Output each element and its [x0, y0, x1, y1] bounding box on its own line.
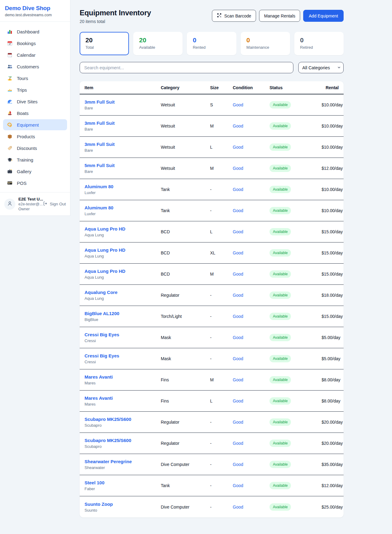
rental-cell: $15.00/day: [322, 272, 343, 277]
sidebar-item-calendar[interactable]: Calendar: [3, 49, 67, 60]
column-header-size: Size: [210, 85, 233, 90]
manage-rentals-button[interactable]: Manage Rentals: [259, 10, 300, 22]
sidebar-item-training[interactable]: Training: [3, 154, 67, 165]
condition-link[interactable]: Good: [233, 399, 270, 403]
table-row: Aqualung CoreAqua LungRegulator-GoodAvai…: [80, 285, 344, 306]
status-cell: Available: [270, 440, 322, 447]
palm-island-icon: [7, 75, 13, 81]
table-row: Steel 100FaberTank-GoodAvailable$12.00/d…: [80, 475, 344, 496]
rental-cell: $8.00/day: [322, 377, 341, 382]
item-name-link[interactable]: Suunto Zoop: [85, 502, 161, 507]
item-name-link[interactable]: Steel 100: [85, 480, 161, 485]
sailboat-icon: [7, 110, 13, 116]
status-badge: Available: [270, 249, 291, 257]
speedboat-icon: [7, 87, 13, 93]
status-cell: Available: [270, 334, 322, 341]
item-name-link[interactable]: 3mm Full Suit: [85, 142, 161, 147]
item-name-link[interactable]: 5mm Full Suit: [85, 163, 161, 168]
rental-cell: $5.00/day: [322, 356, 341, 361]
sidebar-item-boats[interactable]: Boats: [3, 108, 67, 119]
item-brand: Aqua Lung: [85, 254, 161, 258]
item-name-link[interactable]: Aluminum 80: [85, 184, 161, 189]
size-cell: -: [210, 420, 233, 425]
brand-name[interactable]: Demo Dive Shop: [5, 5, 65, 12]
sidebar-item-discounts[interactable]: Discounts: [3, 143, 67, 154]
item-name-link[interactable]: 3mm Full Suit: [85, 120, 161, 126]
sidebar-item-pos[interactable]: POS: [3, 177, 67, 189]
item-cell: BigBlue AL1200BigBlue: [85, 311, 161, 322]
item-name-link[interactable]: Shearwater Peregrine: [85, 459, 161, 464]
item-name-link[interactable]: Cressi Big Eyes: [85, 353, 161, 358]
stat-card-retired[interactable]: 0Retired: [294, 32, 344, 55]
condition-link[interactable]: Good: [233, 335, 270, 340]
scan-barcode-button[interactable]: Scan Barcode: [212, 10, 256, 22]
item-name-link[interactable]: Cressi Big Eyes: [85, 332, 161, 337]
category-select[interactable]: All Categories: [298, 62, 344, 73]
item-name-link[interactable]: Mares Avanti: [85, 395, 161, 401]
page-title: Equipment Inventory: [80, 9, 151, 17]
add-equipment-button[interactable]: Add Equipment: [303, 10, 344, 22]
item-name-link[interactable]: Aqua Lung Pro HD: [85, 247, 161, 253]
condition-link[interactable]: Good: [233, 377, 270, 382]
condition-link[interactable]: Good: [233, 250, 270, 255]
condition-link[interactable]: Good: [233, 187, 270, 192]
sidebar-item-bookings[interactable]: 17Bookings: [3, 38, 67, 49]
sidebar-item-customers[interactable]: Customers: [3, 61, 67, 72]
item-name-link[interactable]: Aluminum 80: [85, 205, 161, 210]
condition-link[interactable]: Good: [233, 505, 270, 509]
stats-row: 20Total20Available0Rented0Maintenance0Re…: [80, 32, 344, 55]
sidebar-item-products[interactable]: Products: [3, 131, 67, 142]
item-name-link[interactable]: Aqua Lung Pro HD: [85, 269, 161, 274]
stat-card-total[interactable]: 20Total: [80, 32, 129, 55]
condition-link[interactable]: Good: [233, 462, 270, 467]
sidebar-item-tours[interactable]: Tours: [3, 73, 67, 84]
stat-card-rented[interactable]: 0Rented: [187, 32, 236, 55]
rental-cell: $10.00/day: [322, 124, 343, 128]
stat-card-available[interactable]: 20Available: [133, 32, 183, 55]
condition-link[interactable]: Good: [233, 229, 270, 234]
category-cell: Mask: [161, 335, 210, 340]
condition-link[interactable]: Good: [233, 208, 270, 213]
status-badge: Available: [270, 355, 291, 362]
condition-link[interactable]: Good: [233, 483, 270, 488]
sidebar-item-dive-sites[interactable]: Dive Sites: [3, 96, 67, 107]
sidebar-item-dashboard[interactable]: Dashboard: [3, 26, 67, 37]
sidebar-item-trips[interactable]: Trips: [3, 84, 67, 95]
condition-link[interactable]: Good: [233, 272, 270, 277]
item-brand: Aqua Lung: [85, 233, 161, 237]
item-name-link[interactable]: Aqualung Core: [85, 290, 161, 295]
stat-card-maintenance[interactable]: 0Maintenance: [241, 32, 290, 55]
item-name-link[interactable]: 3mm Full Suit: [85, 99, 161, 105]
condition-link[interactable]: Good: [233, 166, 270, 171]
condition-link[interactable]: Good: [233, 124, 270, 128]
sidebar-item-gallery[interactable]: Gallery: [3, 166, 67, 177]
condition-link[interactable]: Good: [233, 293, 270, 298]
status-cell: Available: [270, 461, 322, 468]
status-badge: Available: [270, 122, 291, 130]
size-cell: -: [210, 462, 233, 467]
rental-cell: $20.00/day: [322, 420, 343, 425]
status-badge: Available: [270, 334, 291, 341]
status-cell: Available: [270, 207, 322, 214]
sign-out-button[interactable]: Sign Out: [43, 201, 66, 207]
condition-link[interactable]: Good: [233, 314, 270, 319]
item-brand: Bare: [85, 169, 161, 174]
condition-link[interactable]: Good: [233, 102, 270, 107]
item-cell: Steel 100Faber: [85, 480, 161, 491]
condition-link[interactable]: Good: [233, 420, 270, 425]
rental-cell: $8.00/day: [322, 399, 341, 403]
item-brand: Shearwater: [85, 465, 161, 470]
item-name-link[interactable]: BigBlue AL1200: [85, 311, 161, 316]
item-name-link[interactable]: Scubapro MK25/S600: [85, 417, 161, 422]
search-input[interactable]: [80, 62, 293, 73]
table-row: Mares AvantiMaresFinsLGoodAvailable$8.00…: [80, 391, 344, 412]
item-name-link[interactable]: Aqua Lung Pro HD: [85, 226, 161, 231]
table-row: Scubapro MK25/S600ScubaproRegulator-Good…: [80, 433, 344, 454]
item-name-link[interactable]: Mares Avanti: [85, 374, 161, 380]
item-name-link[interactable]: Scubapro MK25/S600: [85, 438, 161, 443]
user-email: e2e-tester@...: [18, 202, 40, 206]
sidebar-item-equipment[interactable]: Equipment: [3, 119, 67, 130]
condition-link[interactable]: Good: [233, 441, 270, 446]
condition-link[interactable]: Good: [233, 356, 270, 361]
condition-link[interactable]: Good: [233, 145, 270, 150]
